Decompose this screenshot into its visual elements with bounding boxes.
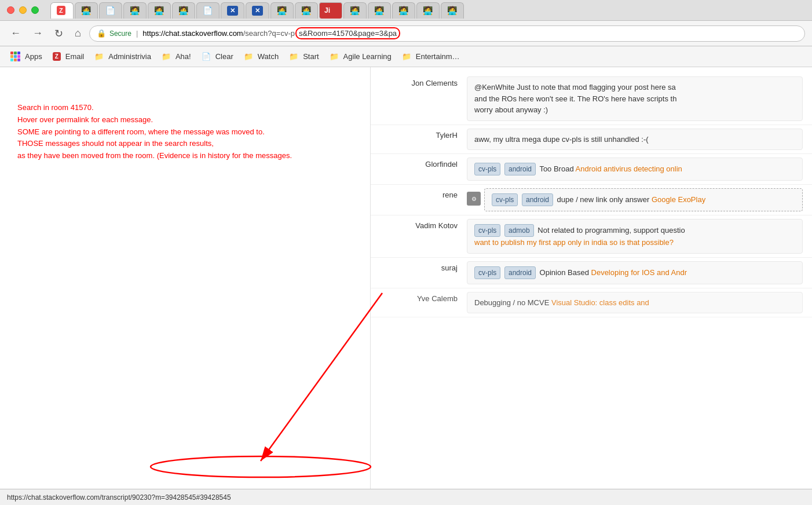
tab-9-icon: ✕ [252, 6, 263, 16]
message-body-jon: @KenWhite Just to note that mod flagging… [467, 76, 803, 121]
tab-10[interactable]: 🧑‍💻 [270, 2, 294, 19]
tab-16-icon: 🧑‍💻 [423, 6, 433, 15]
bookmark-watch-label: Watch [258, 52, 279, 61]
tag-cv-pls[interactable]: cv-pls [474, 163, 500, 175]
bookmark-email-label: Email [65, 52, 85, 61]
bookmark-apps[interactable]: Apps [6, 50, 47, 63]
tab-5[interactable]: 🧑‍💻 [148, 2, 171, 19]
tab-7-icon: 📄 [203, 6, 213, 15]
link-ios-android[interactable]: Developing for IOS and Andr [591, 268, 687, 277]
email-icon: Z [53, 52, 61, 61]
tab-14[interactable]: 🧑‍💻 [368, 2, 391, 19]
message-body-rene-wrapper: ⚙ cv-pls android dupe / new link only an… [467, 188, 803, 211]
address-bar[interactable]: 🔒 Secure | https://chat.stackoverflow.co… [89, 25, 805, 42]
tag-cv-pls-suraj[interactable]: cv-pls [474, 266, 500, 279]
tab-15[interactable]: 🧑‍💻 [392, 2, 415, 19]
bookmark-clear[interactable]: 📄 Clear [197, 50, 238, 63]
maximize-button[interactable] [31, 6, 39, 14]
reload-button[interactable]: ↻ [51, 25, 67, 42]
message-author-jon: Jon Clements [380, 76, 467, 87]
tab-17-icon: 🧑‍💻 [447, 6, 457, 15]
tag-android[interactable]: android [504, 163, 536, 175]
bookmark-entertainment[interactable]: 📁 Entertainm… [397, 50, 464, 63]
message-body-yve: Debugging / no MCVE Visual Studio: class… [467, 292, 803, 314]
forward-button[interactable]: → [29, 25, 46, 42]
message-author-glorfindel: Glorfindel [380, 158, 467, 169]
tab-3[interactable]: 📄 [99, 2, 122, 19]
bookmark-watch[interactable]: 📁 Watch [239, 50, 283, 63]
folder-icon-start: 📁 [289, 52, 298, 61]
tag-cv-pls-vadim[interactable]: cv-pls [474, 224, 500, 237]
back-button[interactable]: ← [7, 25, 24, 42]
messages-area: Jon Clements @KenWhite Just to note that… [371, 67, 812, 502]
home-button[interactable]: ⌂ [71, 25, 85, 42]
bookmark-email[interactable]: Z Email [48, 50, 89, 63]
message-row: Jon Clements @KenWhite Just to note that… [371, 73, 812, 125]
message-body-suraj: cv-pls android Opinion Based Developing … [467, 261, 803, 284]
search-info: Search in room 41570. Hover over permali… [17, 102, 359, 162]
main-content: Search in room 41570. Hover over permali… [0, 67, 812, 502]
message-row-yve: Yve Calemb Debugging / no MCVE Visual St… [371, 288, 812, 318]
minimize-button[interactable] [19, 6, 27, 14]
tab-bar: Z 🧑‍💻 📄 🧑‍💻 🧑‍💻 🧑‍💻 📄 ✕ ✕ 🧑‍💻 🧑‍💻 Ji 🧑‍💻… [50, 2, 805, 19]
tab-5-icon: 🧑‍💻 [154, 6, 164, 15]
tab-10-icon: 🧑‍💻 [277, 6, 287, 15]
tab-13[interactable]: 🧑‍💻 [343, 2, 367, 19]
tab-2-icon: 🧑‍💻 [81, 6, 91, 15]
message-body-vadim: cv-pls admob Not related to programming,… [467, 219, 803, 254]
message-author-vadim: Vadim Kotov [380, 219, 467, 230]
tab-17[interactable]: 🧑‍💻 [441, 2, 464, 19]
tag-admob[interactable]: admob [504, 224, 534, 237]
tab-6[interactable]: 🧑‍💻 [172, 2, 195, 19]
folder-icon-clear: 📄 [202, 52, 211, 61]
tab-13-icon: 🧑‍💻 [350, 6, 360, 15]
search-info-line5: as they have been moved from the room. (… [17, 150, 359, 162]
tab-16[interactable]: 🧑‍💻 [416, 2, 440, 19]
tab-8-icon: ✕ [227, 6, 238, 16]
tab-12[interactable]: Ji [319, 2, 342, 19]
tab-11-icon: 🧑‍💻 [301, 6, 311, 15]
bookmark-start[interactable]: 📁 Start [284, 50, 323, 63]
message-author-tylerh: TylerH [380, 129, 467, 140]
tab-7[interactable]: 📄 [196, 2, 220, 19]
tag-android-rene[interactable]: android [522, 193, 553, 206]
bookmark-apps-label: Apps [25, 52, 42, 61]
search-info-line2: Hover over permalink for each message. [17, 114, 359, 126]
message-row-suraj: suraj cv-pls android Opinion Based Devel… [371, 258, 812, 288]
tab-3-icon: 📄 [105, 6, 115, 15]
message-author-yve: Yve Calemb [380, 292, 467, 303]
url-separator: | [136, 29, 138, 38]
message-row-glorfindel: Glorfindel cv-pls android Too Broad Andr… [371, 154, 812, 185]
url-annotated: s&Room=41570&page=3&pa [295, 27, 400, 39]
nav-bar: ← → ↻ ⌂ 🔒 Secure | https://chat.stackove… [0, 21, 812, 46]
folder-icon-entertainment: 📁 [402, 52, 411, 61]
bookmarks-bar: Apps Z Email 📁 Administrivia 📁 Aha! 📄 Cl… [0, 46, 812, 67]
bookmark-agile-learning[interactable]: 📁 Agile Learning [325, 50, 396, 63]
tab-4[interactable]: 🧑‍💻 [123, 2, 147, 19]
close-button[interactable] [7, 6, 14, 14]
message-body-rene: cv-pls android dupe / new link only answ… [484, 188, 803, 211]
tab-2[interactable]: 🧑‍💻 [75, 2, 98, 19]
bookmark-start-label: Start [303, 52, 319, 61]
bookmark-clear-label: Clear [215, 52, 233, 61]
tab-8[interactable]: ✕ [221, 2, 244, 19]
folder-icon-agile: 📁 [330, 52, 339, 61]
tab-14-icon: 🧑‍💻 [374, 6, 384, 15]
bookmark-aha[interactable]: 📁 Aha! [157, 50, 196, 63]
tab-1[interactable]: Z [50, 2, 74, 19]
tab-11[interactable]: 🧑‍💻 [295, 2, 318, 19]
bookmark-aha-label: Aha! [175, 52, 191, 61]
message-row-vadim: Vadim Kotov cv-pls admob Not related to … [371, 215, 812, 258]
link-exoplay[interactable]: Google ExoPlay [652, 195, 705, 204]
message-body-glorfindel: cv-pls android Too Broad Android antivir… [467, 158, 803, 181]
tag-cv-pls-rene[interactable]: cv-pls [492, 193, 518, 206]
link-android-antivirus[interactable]: Android antivirus detecting onlin [576, 164, 682, 173]
link-visual-studio[interactable]: Visual Studio: class edits and [551, 298, 649, 307]
tab-6-icon: 🧑‍💻 [178, 6, 188, 15]
link-publish-india[interactable]: want to publish my first app only in ind… [474, 238, 674, 247]
bookmark-administrivia[interactable]: 📁 Administrivia [90, 50, 156, 63]
search-info-line4: THOSE messages should not appear in the … [17, 138, 359, 150]
message-row-rene: rene ⚙ cv-pls android dupe / new link on… [371, 185, 812, 215]
tag-android-suraj[interactable]: android [504, 266, 536, 279]
tab-9[interactable]: ✕ [246, 2, 269, 19]
